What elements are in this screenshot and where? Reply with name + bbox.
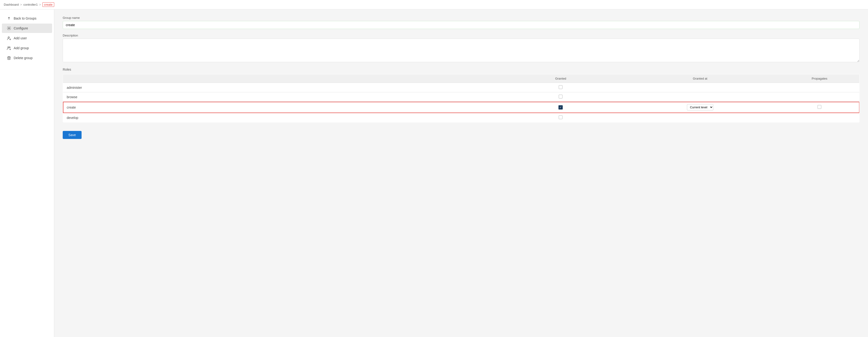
breadcrumb: Dashboard > controller1 > create: [0, 0, 868, 9]
granted-at-cell: [620, 83, 780, 92]
granted-cell[interactable]: [501, 92, 620, 102]
sidebar-item-back-to-groups[interactable]: Back to Groups: [2, 14, 52, 23]
group-name-field: Group name: [63, 16, 860, 29]
propagates-cell: [780, 83, 860, 92]
sidebar-item-configure[interactable]: Configure: [2, 24, 52, 33]
sidebar: Back to Groups Configure A: [0, 9, 54, 337]
sidebar-configure-label: Configure: [14, 26, 28, 30]
table-row: create✓Current levelAll levels: [63, 102, 860, 113]
col-role-name: [63, 74, 501, 83]
role-name-cell: develop: [63, 113, 501, 123]
add-group-icon: [7, 46, 11, 50]
roles-table: Granted Granted at Propagates administer…: [63, 74, 860, 123]
sidebar-back-label: Back to Groups: [14, 16, 36, 20]
table-row: administer: [63, 83, 860, 92]
propagates-cell: [780, 113, 860, 123]
gear-icon: [7, 26, 11, 31]
svg-point-2: [8, 37, 9, 38]
propagates-cell: [780, 92, 860, 102]
svg-rect-9: [8, 57, 10, 60]
roles-section: Roles Granted Granted at Propagates admi…: [63, 68, 860, 123]
role-name-cell: create: [63, 102, 501, 113]
description-input[interactable]: [63, 39, 860, 62]
granted-cell[interactable]: [501, 83, 620, 92]
breadcrumb-dashboard[interactable]: Dashboard: [4, 3, 19, 6]
col-granted-at: Granted at: [620, 74, 780, 83]
role-name-cell: administer: [63, 83, 501, 92]
sidebar-item-delete-group[interactable]: Delete group: [2, 53, 52, 63]
granted-cell[interactable]: [501, 113, 620, 123]
sidebar-item-add-user[interactable]: Add user: [2, 33, 52, 43]
col-granted: Granted: [501, 74, 620, 83]
checkbox-unchecked-icon[interactable]: [559, 85, 562, 89]
group-name-input[interactable]: [63, 21, 860, 29]
granted-at-cell: [620, 92, 780, 102]
description-field: Description: [63, 34, 860, 63]
table-row: browse: [63, 92, 860, 102]
group-name-label: Group name: [63, 16, 860, 20]
description-label: Description: [63, 34, 860, 37]
sidebar-delete-group-label: Delete group: [14, 56, 33, 60]
breadcrumb-sep-1: >: [20, 3, 22, 6]
add-user-icon: [7, 36, 11, 40]
granted-at-cell: [620, 113, 780, 123]
role-name-cell: browse: [63, 92, 501, 102]
checkbox-unchecked-icon[interactable]: [559, 115, 562, 119]
checkbox-checked-icon[interactable]: ✓: [558, 105, 563, 109]
table-row: develop: [63, 113, 860, 123]
sidebar-item-add-group[interactable]: Add group: [2, 43, 52, 53]
col-propagates: Propagates: [780, 74, 860, 83]
breadcrumb-controller[interactable]: controller1: [23, 3, 38, 6]
svg-point-5: [8, 47, 9, 48]
sidebar-add-user-label: Add user: [14, 36, 27, 40]
svg-point-6: [9, 47, 10, 48]
granted-at-select[interactable]: Current levelAll levels: [687, 104, 713, 110]
granted-cell[interactable]: ✓: [501, 102, 620, 113]
propagates-checkbox[interactable]: [817, 105, 821, 109]
main-content: Group name Description Roles Granted Gra…: [54, 9, 868, 337]
save-button[interactable]: Save: [63, 131, 82, 139]
delete-icon: [7, 56, 11, 60]
sidebar-add-group-label: Add group: [14, 46, 29, 50]
breadcrumb-create: create: [42, 2, 54, 7]
svg-point-1: [8, 28, 10, 29]
breadcrumb-sep-2: >: [39, 3, 41, 6]
propagates-cell[interactable]: [780, 102, 860, 113]
roles-title: Roles: [63, 68, 860, 71]
checkbox-unchecked-icon[interactable]: [559, 95, 562, 98]
granted-at-cell[interactable]: Current levelAll levels: [620, 102, 780, 113]
arrow-up-icon: [7, 16, 11, 21]
